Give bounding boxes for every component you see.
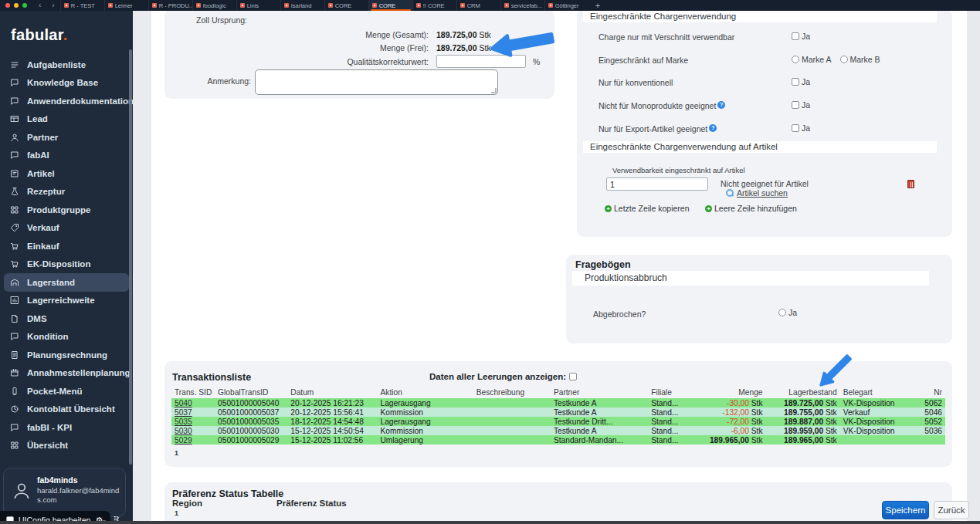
sidebar-item-knowledge-base[interactable]: Knowledge Base: [4, 74, 129, 93]
trans-sid-link[interactable]: 5035: [175, 418, 192, 426]
checkbox[interactable]: [792, 32, 799, 40]
trans-sid-link[interactable]: 5040: [175, 399, 192, 407]
browser-tab[interactable]: Linis: [236, 0, 280, 11]
add-empty-row-link[interactable]: +Leere Zeile hinzufügen: [705, 204, 797, 213]
tab-label: CRM: [467, 2, 480, 9]
sidebar-item-kondition[interactable]: Kondition: [4, 328, 129, 347]
browser-tab[interactable]: !! CORE: [412, 0, 456, 11]
user-email: harald.falkner@fab4minds.com: [37, 486, 124, 505]
anmerkung-textarea[interactable]: [255, 69, 498, 95]
calendar-icon: [10, 368, 19, 377]
save-button[interactable]: Speichern: [882, 501, 929, 519]
browser-tab[interactable]: servicefab...: [500, 0, 544, 11]
sidebar-item-ek-disposition[interactable]: EK-Disposition: [4, 255, 129, 274]
sidebar-item-aufgabenliste[interactable]: Aufgabenliste: [4, 56, 129, 74]
back-button[interactable]: Zurück: [934, 501, 969, 519]
maximize-window-icon[interactable]: [22, 3, 27, 8]
sidebar-scrollbar[interactable]: [129, 49, 132, 465]
browser-tab[interactable]: R - TEST: [60, 0, 104, 11]
column-header[interactable]: Belegart: [840, 387, 913, 398]
help-icon[interactable]: ?: [717, 101, 725, 109]
column-header[interactable]: Beschreibung: [473, 387, 551, 398]
sidebar-item-dms[interactable]: DMS: [4, 309, 129, 328]
browser-tab[interactable]: CRM: [456, 0, 500, 11]
column-header[interactable]: Filiale: [648, 387, 699, 398]
help-icon[interactable]: ?: [709, 124, 717, 132]
cell-datum: 20-12-2025 16:21:23: [287, 398, 377, 407]
copy-last-row-link[interactable]: +Letzte Zeile kopieren: [605, 204, 689, 213]
browser-tab[interactable]: CORE: [368, 0, 412, 11]
sidebar-item-annahmestellenplanung[interactable]: Annahmestellenplanung: [4, 364, 129, 383]
minimize-window-icon[interactable]: [14, 3, 19, 8]
praeferenz-page-number[interactable]: 1: [175, 509, 178, 517]
sidebar-item-lagerstand[interactable]: Lagerstand: [4, 273, 129, 292]
cell-lagerbestand: 189.725,00 Stk: [765, 398, 839, 407]
trans-sid-link[interactable]: 5037: [175, 408, 192, 417]
cell-partner: Standard-Mandan...: [551, 435, 648, 445]
grid-icon: [10, 441, 19, 450]
forward-icon[interactable]: ›: [46, 0, 59, 11]
browser-tab[interactable]: Isarland: [280, 0, 324, 11]
column-header[interactable]: Partner: [551, 387, 648, 398]
right-scroll-area[interactable]: [967, 11, 980, 524]
browser-tab[interactable]: CORE: [324, 0, 368, 11]
sidebar-item-fabbi-kpi[interactable]: fabBI - KPI: [4, 418, 129, 437]
abgebrochen-radio[interactable]: [778, 309, 786, 316]
column-header[interactable]: Trans. SID: [171, 387, 215, 398]
sidebar-item-anwenderdokumentation[interactable]: Anwenderdokumentation: [4, 92, 129, 110]
artikel-suchen-link[interactable]: Artikel suchen: [726, 188, 788, 198]
sidebar-item-fabai[interactable]: fabAI: [4, 147, 129, 165]
delete-row-icon[interactable]: [907, 180, 914, 188]
column-header[interactable]: Datum: [287, 387, 377, 398]
sidebar-item-einkauf[interactable]: Einkauf: [4, 237, 129, 255]
column-header[interactable]: Menge: [699, 387, 765, 398]
user-card[interactable]: fab4minds harald.falkner@fab4minds.com: [3, 468, 126, 517]
artikel-row-input[interactable]: [606, 177, 708, 191]
browser-tab[interactable]: Göttinger: [544, 0, 588, 11]
option-label: Ja: [802, 77, 810, 86]
sidebar-item-übersicht[interactable]: Übersicht: [4, 437, 129, 455]
radio-button[interactable]: [840, 56, 848, 63]
sidebar-item-kontoblatt-übersicht[interactable]: Kontoblatt Übersicht: [4, 401, 129, 419]
option-label: Ja: [802, 123, 810, 133]
transactions-page-number[interactable]: 1: [175, 449, 178, 457]
checkbox[interactable]: [792, 101, 799, 109]
column-header[interactable]: GlobalTransID: [215, 387, 287, 398]
cell-aktion: Kommission: [378, 426, 473, 435]
cell-nr: [913, 435, 945, 445]
close-window-icon[interactable]: [5, 3, 10, 8]
abgebrochen-control: Ja: [778, 308, 797, 317]
cell-belegart: VK-Disposition: [840, 426, 913, 435]
trans-sid-link[interactable]: 5029: [175, 436, 192, 445]
browser-tab[interactable]: R - PRODU...: [148, 0, 192, 11]
cart-icon: [10, 259, 19, 269]
tab-favicon-icon: [416, 3, 421, 8]
checkbox[interactable]: [792, 124, 799, 132]
sidebar-item-lagerreichweite[interactable]: Lagerreichweite: [4, 292, 129, 310]
new-tab-button[interactable]: +: [588, 0, 607, 11]
produktionsabbruch-tab[interactable]: Produktionsabbruch: [572, 271, 929, 286]
sidebar-item-lead[interactable]: Lead: [4, 110, 129, 129]
file-icon: [10, 314, 19, 323]
sidebar-item-rezeptur[interactable]: Rezeptur: [4, 183, 129, 201]
sidebar-item-artikel[interactable]: Artikel: [4, 164, 129, 183]
sidebar-item-partner[interactable]: Partner: [4, 128, 129, 147]
radio-button[interactable]: [792, 56, 799, 63]
back-icon[interactable]: ‹: [33, 0, 46, 11]
cell-lagerbestand: 189.965,00 Stk: [765, 435, 839, 445]
sidebar-item-pocket-menü[interactable]: Pocket-Menü: [4, 382, 129, 401]
browser-tab[interactable]: foodlogic: [192, 0, 236, 11]
sidebar-item-produktgruppe[interactable]: Produktgruppe: [4, 201, 129, 219]
leerungen-filter-checkbox[interactable]: [569, 373, 577, 380]
trans-sid-link[interactable]: 5030: [175, 427, 192, 435]
textarea-resize-handle[interactable]: [491, 88, 497, 93]
tab-label: foodlogic: [203, 2, 226, 9]
checkbox[interactable]: [792, 78, 799, 86]
browser-tab[interactable]: Leimer: [104, 0, 148, 11]
column-header[interactable]: Nr: [913, 387, 945, 398]
sidebar-item-verkauf[interactable]: Verkauf: [4, 219, 129, 238]
artikel-suchen-label: Artikel suchen: [737, 188, 788, 198]
sidebar-item-planungsrechnung[interactable]: Planungsrechnung: [4, 346, 129, 364]
cell-trans-sid: 5035: [171, 417, 215, 426]
column-header[interactable]: Aktion: [378, 387, 473, 398]
